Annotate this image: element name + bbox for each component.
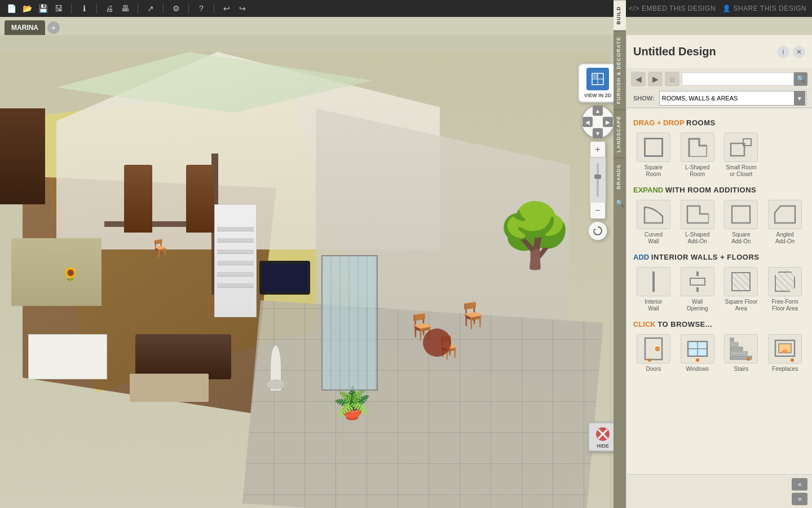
panel-header-icons: i ✕ [777, 46, 805, 58]
embed-button[interactable]: </> EMBED THIS DESIGN [629, 5, 716, 12]
compass-right[interactable]: ▶ [603, 117, 613, 127]
addon-curved[interactable]: CurvedWall [633, 200, 674, 245]
zoom-track [597, 163, 599, 197]
nav-controls: VIEW IN 2D ▲ ◀ ▶ ▼ [578, 63, 617, 240]
browse-fireplaces[interactable]: Fireplaces [765, 334, 805, 373]
side-tab-brands[interactable]: BRANDS [614, 158, 626, 195]
panel-forward-button[interactable]: ▶ [648, 72, 663, 86]
room-square[interactable]: SquareRoom [633, 133, 674, 178]
tab-add-button[interactable]: + [47, 21, 60, 34]
walls-grid: InteriorWall WallOpening [633, 267, 805, 312]
side-tab-search-icon[interactable]: 🔍 [614, 197, 626, 209]
sliding-door [321, 255, 378, 391]
toolbar-undo-icon[interactable]: ↩ [221, 3, 232, 14]
rooms-grid: SquareRoom L-ShapedRoom [633, 133, 805, 178]
addon-l[interactable]: L-ShapedAdd-On [677, 200, 718, 245]
window-browse-svg [686, 336, 709, 362]
side-tab-landscape[interactable]: LANDSCAPE [614, 110, 626, 158]
toolbar-settings-icon[interactable]: ⚙ [170, 3, 182, 14]
outdoor-chair-2: 🪑 [457, 300, 488, 330]
l-shape-svg [688, 138, 707, 157]
zoom-out-button[interactable]: − [590, 203, 606, 218]
toolbar-help-icon[interactable]: ? [196, 3, 207, 14]
wall-opening[interactable]: WallOpening [677, 267, 718, 312]
section-expand-text: WITH ROOM ADDITIONS [665, 186, 756, 194]
compass-left[interactable]: ◀ [582, 117, 593, 127]
svg-point-18 [648, 358, 651, 362]
toolbar-export-icon[interactable]: ↗ [145, 3, 156, 14]
blueprint-icon [586, 68, 609, 90]
svg-point-31 [791, 358, 794, 362]
dresser-drawer-4 [217, 261, 254, 265]
wall-interior[interactable]: InteriorWall [633, 267, 674, 312]
room-small[interactable]: Small Roomor Closet [721, 133, 762, 178]
show-row: SHOW: ROOMS, WALLS & AREAS FURNITURE LAN… [626, 89, 812, 108]
wall-interior-label: InteriorWall [645, 299, 662, 312]
panel-info-icon[interactable]: i [777, 46, 789, 58]
svg-rect-27 [730, 338, 734, 341]
toolbar-saveas-icon[interactable]: 🖫 [53, 3, 64, 14]
svg-rect-9 [731, 143, 744, 156]
room-l-shaped[interactable]: L-ShapedRoom [677, 133, 718, 178]
lamp-base [267, 379, 284, 389]
furniture-bookshelf [0, 108, 45, 204]
angled-addon-svg [774, 205, 796, 224]
room-small-label: Small Roomor Closet [726, 164, 756, 178]
freeform-shape [775, 271, 795, 292]
panel-search-icon[interactable]: 🔍 [794, 72, 807, 86]
toolbar-info-icon[interactable]: ℹ [78, 3, 90, 14]
browse-doors[interactable]: Doors [633, 334, 674, 373]
collapse-down-button[interactable]: » [792, 493, 807, 505]
view2d-button[interactable]: VIEW IN 2D [578, 63, 617, 103]
furniture-office-chair: 🪑 [149, 238, 170, 258]
toolbar-print-icon[interactable]: 🖨 [104, 3, 115, 14]
zoom-in-button[interactable]: + [590, 142, 606, 157]
section-drag-drop-header: DRAG + DROP ROOMS [633, 119, 805, 127]
section-browse-header: CLICK TO BROWSE... [633, 320, 805, 329]
zoom-slider[interactable] [590, 157, 606, 203]
browse-windows[interactable]: Windows [677, 334, 718, 373]
svg-point-28 [747, 357, 750, 361]
browse-stairs[interactable]: Stairs [721, 334, 762, 373]
canvas-area[interactable]: 🌳 🪑 🪑 🪑 🪴 🪑 🌻 [0, 35, 626, 508]
show-select-dropdown[interactable]: ROOMS, WALLS & AREAS FURNITURE LANDSCAPE [659, 91, 806, 106]
zoom-handle[interactable] [594, 174, 601, 179]
svg-rect-25 [730, 347, 743, 351]
side-tab-furnish[interactable]: FURNISH & DECORATE [614, 30, 626, 110]
toolbar-redo-icon[interactable]: ↪ [237, 3, 248, 14]
section-drag-text: ROOMS [686, 119, 716, 127]
compass[interactable]: ▲ ◀ ▶ ▼ [581, 105, 615, 139]
browse-doors-icon [637, 334, 670, 364]
compass-down[interactable]: ▼ [593, 128, 603, 138]
panel-home-button[interactable]: ⌂ [665, 72, 679, 86]
addon-square-label: SquareAdd-On [731, 231, 751, 245]
toolbar-new-icon[interactable]: 📄 [6, 3, 17, 14]
tab-marina[interactable]: MARINA [5, 20, 45, 35]
browse-stairs-label: Stairs [734, 366, 749, 373]
toolbar-open-icon[interactable]: 📂 [21, 3, 33, 14]
toolbar-save-icon[interactable]: 💾 [37, 3, 48, 14]
floor-square[interactable]: Square FloorArea [721, 267, 762, 312]
section-expand-highlight: EXPAND [633, 186, 663, 194]
sq-addon-svg [731, 205, 751, 224]
panel-search-input[interactable] [682, 72, 794, 86]
wall-opening-label: WallOpening [687, 299, 708, 312]
tv-screen [262, 264, 307, 292]
rotate-button[interactable] [588, 221, 607, 240]
addon-square[interactable]: SquareAdd-On [721, 200, 762, 245]
panel-back-button[interactable]: ◀ [631, 72, 646, 86]
toolbar-separator-6 [214, 3, 214, 14]
addon-angled[interactable]: AngledAdd-On [765, 200, 805, 245]
furniture-counter [11, 238, 102, 306]
panel-close-icon[interactable]: ✕ [793, 46, 805, 58]
embed-label: EMBED THIS DESIGN [642, 5, 716, 12]
floor-sq-icon [724, 267, 758, 296]
share-button[interactable]: 👤 SHARE THIS DESIGN [722, 5, 806, 12]
collapse-up-button[interactable]: « [792, 478, 807, 491]
view2d-label: VIEW IN 2D [584, 93, 612, 98]
side-tab-build[interactable]: BUILD [614, 0, 626, 30]
room-square-label: SquareRoom [645, 164, 663, 178]
compass-up[interactable]: ▲ [593, 106, 603, 116]
floor-freeform[interactable]: Free-FormFloor Area [765, 267, 805, 312]
toolbar-print2-icon[interactable]: 🖶 [120, 3, 131, 14]
